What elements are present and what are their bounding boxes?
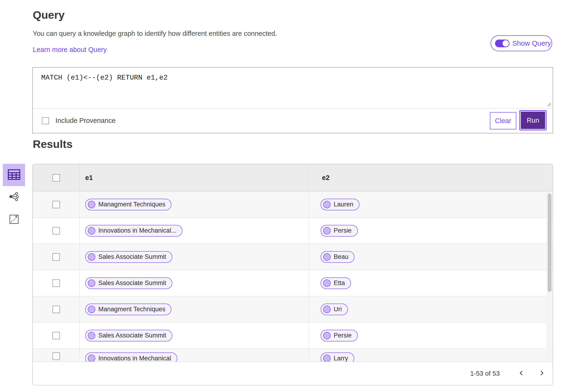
toggle-knob [503, 40, 509, 46]
entity-node-icon [323, 279, 331, 287]
entity-node-icon [323, 227, 331, 234]
entity-node-icon [323, 355, 331, 362]
entity-pill[interactable]: Persie [321, 225, 358, 237]
row-checkbox[interactable] [52, 253, 60, 261]
entity-pill[interactable]: Uri [321, 303, 348, 315]
show-query-toggle[interactable]: Show Query [491, 35, 552, 51]
entity-label: Managment Techniques [98, 306, 165, 313]
query-editor-text[interactable]: MATCH (e1)<--(e2) RETURN e1,e2 [33, 68, 553, 82]
graph-view-icon [9, 192, 19, 202]
row-cell-e1: Sales Associate Summit [80, 270, 309, 296]
entity-pill[interactable]: Managment Techniques [85, 199, 171, 210]
row-checkbox[interactable] [52, 201, 60, 208]
entity-label: Etta [334, 279, 345, 287]
table-header-row: e1 e2 [33, 164, 553, 191]
entity-label: Innovations in Mechanical... [98, 227, 176, 234]
entity-node-icon [88, 227, 95, 234]
header-checkbox-cell [33, 164, 80, 191]
run-button[interactable]: Run [519, 110, 547, 130]
row-checkbox-cell [33, 349, 80, 362]
entity-pill[interactable]: Sales Associate Summit [85, 251, 172, 263]
entity-pill[interactable]: Etta [321, 277, 351, 289]
entity-label: Managment Techniques [98, 201, 165, 208]
expand-view-icon [9, 215, 19, 225]
toggle-label: Show Query [512, 39, 551, 47]
entity-label: Sales Associate Summit [98, 332, 166, 339]
row-checkbox[interactable] [52, 306, 60, 313]
results-title: Results [33, 138, 73, 150]
entity-pill[interactable]: Lauren [321, 199, 359, 210]
learn-more-link[interactable]: Learn more about Query [33, 46, 107, 54]
entity-node-icon [323, 201, 331, 208]
row-checkbox-cell [33, 191, 80, 218]
column-header-e2: e2 [322, 174, 329, 182]
entity-pill[interactable]: Persie [321, 330, 358, 341]
entity-pill[interactable]: Managment Techniques [85, 303, 171, 315]
pagination-prev-button[interactable] [517, 369, 526, 378]
pagination-range: 1-53 of 53 [470, 370, 500, 377]
row-checkbox-cell [33, 296, 80, 322]
row-checkbox[interactable] [52, 227, 60, 234]
chevron-left-icon [517, 369, 525, 378]
query-editor[interactable]: MATCH (e1)<--(e2) RETURN e1,e2 [33, 68, 553, 109]
table-row[interactable]: Innovations in Mechanical... Persie [33, 218, 553, 244]
row-cell-e1: Managment Techniques [80, 191, 309, 218]
row-cell-e1: Innovations in Mechanical [80, 349, 309, 362]
entity-label: Lauren [334, 201, 353, 208]
row-checkbox-cell [33, 323, 80, 348]
row-checkbox-cell [33, 218, 80, 244]
row-cell-e1: Managment Techniques [80, 296, 309, 322]
entity-node-icon [88, 332, 95, 339]
row-cell-e2: Larry [309, 349, 553, 362]
header-cell-e2: e2 [309, 164, 553, 191]
entity-node-icon [88, 306, 95, 313]
table-row[interactable]: Sales Associate Summit Beau [33, 244, 553, 270]
row-checkbox[interactable] [52, 332, 60, 339]
row-cell-e2: Lauren [309, 191, 553, 218]
row-checkbox[interactable] [52, 352, 60, 360]
row-cell-e1: Sales Associate Summit [80, 323, 309, 348]
toggle-switch-icon[interactable] [495, 40, 510, 47]
row-checkbox[interactable] [52, 279, 60, 287]
entity-pill[interactable]: Innovations in Mechanical [85, 352, 177, 362]
table-footer: 1-53 of 53 [33, 362, 553, 385]
scrollbar-thumb[interactable] [548, 194, 551, 292]
entity-node-icon [88, 355, 95, 362]
table-row[interactable]: Sales Associate Summit Persie [33, 323, 553, 349]
row-cell-e1: Sales Associate Summit [80, 244, 309, 270]
entity-node-icon [323, 306, 331, 313]
graph-view-button[interactable] [7, 190, 21, 204]
results-table: e1 e2 Managment Techniques Lauren [32, 164, 553, 385]
table-body: Managment Techniques Lauren Innovations … [33, 191, 553, 362]
select-all-checkbox[interactable] [52, 174, 60, 182]
table-row[interactable]: Innovations in Mechanical Larry [33, 349, 553, 362]
page-title: Query [33, 8, 65, 21]
row-cell-e2: Beau [309, 244, 553, 270]
header-cell-e1: e1 [80, 164, 309, 191]
row-cell-e1: Innovations in Mechanical... [80, 218, 309, 244]
include-provenance-checkbox[interactable] [42, 117, 49, 124]
table-scrollbar[interactable] [547, 192, 552, 362]
entity-node-icon [88, 201, 95, 208]
row-cell-e2: Persie [309, 323, 553, 348]
table-row[interactable]: Managment Techniques Lauren [33, 191, 553, 218]
entity-label: Larry [334, 355, 348, 362]
expand-view-button[interactable] [7, 213, 21, 227]
table-row[interactable]: Sales Associate Summit Etta [33, 270, 553, 296]
clear-button[interactable]: Clear [490, 112, 516, 129]
row-cell-e2: Uri [309, 296, 553, 322]
entity-pill[interactable]: Larry [321, 352, 354, 362]
entity-label: Uri [334, 306, 342, 313]
entity-pill[interactable]: Sales Associate Summit [85, 330, 172, 341]
table-view-button[interactable] [3, 164, 25, 186]
pagination-next-button[interactable] [538, 369, 546, 378]
entity-label: Innovations in Mechanical [98, 355, 171, 362]
entity-pill[interactable]: Sales Associate Summit [85, 277, 172, 289]
table-row[interactable]: Managment Techniques Uri [33, 296, 553, 323]
run-button-label: Run [521, 112, 545, 129]
column-header-e1: e1 [85, 174, 93, 182]
resize-handle-icon[interactable] [546, 101, 551, 107]
entity-pill[interactable]: Innovations in Mechanical... [85, 225, 182, 237]
entity-pill[interactable]: Beau [321, 251, 354, 263]
query-description: You can query a knowledge graph to ident… [33, 30, 277, 37]
